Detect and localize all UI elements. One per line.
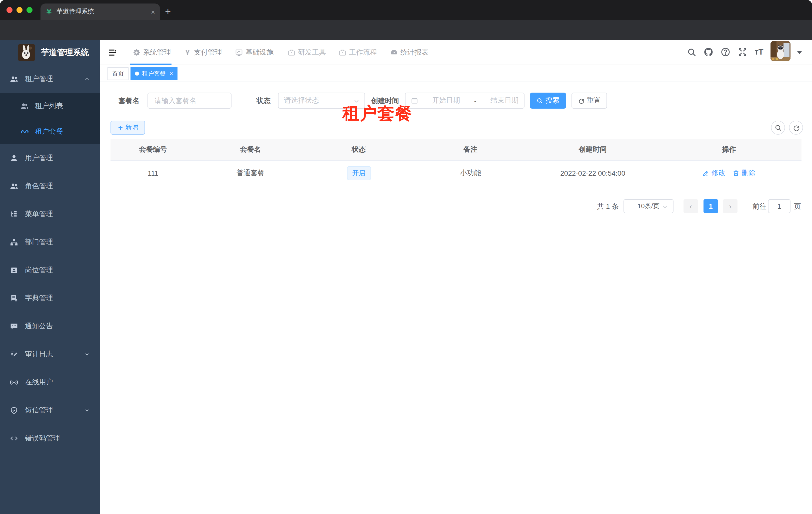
column-header: 备注: [412, 139, 529, 160]
refresh-icon: [578, 97, 584, 104]
window-zoom-button[interactable]: [27, 7, 32, 13]
sidebar-item-notice[interactable]: 通知公告: [0, 312, 100, 340]
chevron-up-icon: [84, 76, 90, 82]
sidebar-item-tenant-management[interactable]: 租户管理: [0, 65, 100, 93]
search-button[interactable]: 搜索: [530, 92, 566, 109]
column-header: 套餐编号: [111, 139, 196, 160]
sidebar-item-tenant-package[interactable]: 租户套餐: [0, 118, 100, 144]
delete-link-label: 删除: [742, 169, 755, 178]
sidebar-item-error-code[interactable]: 错误码管理: [0, 425, 100, 453]
reset-button[interactable]: 重置: [572, 92, 607, 109]
tree-list-icon: [10, 210, 18, 218]
sidebar-item-post-management[interactable]: 岗位管理: [0, 256, 100, 284]
font-size-icon[interactable]: тT: [754, 47, 764, 58]
window-close-button[interactable]: [6, 7, 12, 13]
dashboard-icon: [390, 49, 398, 57]
window-minimize-button[interactable]: [17, 7, 23, 13]
package-name-field[interactable]: [153, 96, 226, 105]
end-date-placeholder[interactable]: 结束日期: [491, 96, 519, 105]
sidebar-item-user-management[interactable]: 用户管理: [0, 144, 100, 172]
new-tab-button[interactable]: +: [165, 4, 171, 19]
page-size-value: 10条/页: [638, 202, 660, 211]
sidebar-item-label: 租户套餐: [35, 127, 63, 136]
sidebar-item-label: 部门管理: [25, 238, 53, 247]
top-menu-system[interactable]: 系统管理: [133, 40, 171, 65]
dictionary-icon: [10, 294, 18, 302]
org-tree-icon: [10, 238, 18, 246]
sidebar-item-label: 菜单管理: [25, 210, 53, 219]
column-header: 状态: [306, 139, 412, 160]
top-menu-payment[interactable]: ¥ 支付管理: [183, 40, 222, 65]
tab-title: 芋道管理系统: [57, 7, 151, 16]
table-search-toggle-button[interactable]: [771, 120, 785, 135]
chevron-down-icon: [662, 204, 668, 210]
tab-close-icon[interactable]: ×: [151, 8, 155, 15]
sidebar-item-label: 岗位管理: [25, 266, 53, 275]
pencil-icon: [702, 170, 709, 177]
badge-icon: [10, 266, 18, 274]
status-placeholder: 请选择状态: [284, 96, 319, 105]
cell-status: 开启: [306, 161, 412, 186]
sidebar-item-menu-management[interactable]: 菜单管理: [0, 200, 100, 228]
header-search-icon[interactable]: [686, 47, 697, 58]
main-content: 套餐名 状态 请选择状态 创建时间 开始日期 - 结束日期: [100, 82, 812, 514]
sidebar-item-tenant-list[interactable]: 租户列表: [0, 93, 100, 118]
help-icon[interactable]: [720, 47, 731, 58]
admin-app: 芋道管理系统 租户管理 租户列表: [0, 40, 812, 514]
browser-tab[interactable]: 芋道管理系统 ×: [40, 3, 160, 20]
tag-tenant-package[interactable]: 租户套餐 ×: [130, 67, 177, 80]
plus-icon: [117, 125, 123, 131]
top-menu-infrastructure[interactable]: 基础设施: [235, 40, 273, 65]
range-separator: -: [474, 97, 476, 105]
sidebar-item-department-management[interactable]: 部门管理: [0, 228, 100, 256]
next-page-button[interactable]: ›: [723, 199, 737, 213]
avatar-caret-icon[interactable]: [797, 51, 802, 54]
top-menu-devtools[interactable]: 研发工具: [288, 40, 326, 65]
add-button[interactable]: 新增: [111, 120, 145, 135]
users-icon: [21, 102, 29, 110]
goto-label: 前往: [753, 199, 766, 213]
delete-link[interactable]: 删除: [732, 169, 755, 178]
cell-actions: 修改 删除: [657, 161, 802, 186]
prev-page-button[interactable]: ‹: [684, 199, 698, 213]
page-1-button[interactable]: 1: [703, 199, 718, 213]
cell-created-at: 2022-02-22 00:54:00: [529, 161, 657, 186]
screen: 芋道管理系统 × + 127.0.0.1:48080/admin-ui/syst…: [0, 0, 812, 514]
column-header: 创建时间: [529, 139, 657, 160]
sidebar-item-sms-management[interactable]: 短信管理: [0, 397, 100, 425]
top-menu-reports[interactable]: 统计报表: [390, 40, 429, 65]
edit-link[interactable]: 修改: [702, 169, 725, 178]
message-icon: [10, 322, 18, 330]
sidebar-item-online-users[interactable]: 在线用户: [0, 368, 100, 397]
sidebar-item-label: 角色管理: [25, 182, 53, 191]
github-icon[interactable]: [703, 47, 714, 58]
user-avatar[interactable]: 0:30: [771, 41, 790, 61]
sidebar-item-dict-management[interactable]: 字典管理: [0, 284, 100, 312]
start-date-placeholder[interactable]: 开始日期: [432, 96, 460, 105]
sidebar-item-label: 审计日志: [25, 350, 53, 359]
browser-toolbar: 127.0.0.1:48080/admin-ui/system/tenant/p…: [0, 20, 812, 40]
tag-home[interactable]: 首页: [108, 67, 128, 80]
sidebar-item-label: 在线用户: [25, 378, 53, 387]
tag-label: 首页: [112, 69, 124, 78]
page-unit-label: 页: [794, 199, 801, 213]
sidebar-logo[interactable]: 芋道管理系统: [0, 40, 100, 65]
search-icon: [536, 97, 543, 104]
goto-page-input[interactable]: [768, 199, 790, 213]
sidebar-collapse-icon[interactable]: [108, 48, 117, 57]
fullscreen-icon[interactable]: [737, 47, 748, 58]
add-button-label: 新增: [125, 123, 138, 132]
edit-link-label: 修改: [712, 169, 725, 178]
sidebar-item-label: 租户管理: [25, 75, 53, 84]
code-icon: [10, 434, 18, 442]
table-refresh-button[interactable]: [789, 120, 803, 135]
sidebar-item-audit-log[interactable]: 审计日志: [0, 340, 100, 368]
top-menu-label: 支付管理: [194, 48, 222, 57]
filter-name-input[interactable]: [147, 92, 232, 109]
top-menu-workflow[interactable]: 工作流程: [339, 40, 377, 65]
page-size-select[interactable]: 10条/页: [624, 199, 673, 213]
users-icon: [10, 75, 18, 83]
tag-close-icon[interactable]: ×: [170, 71, 173, 77]
filter-date-range[interactable]: 开始日期 - 结束日期: [405, 92, 524, 109]
sidebar-item-role-management[interactable]: 角色管理: [0, 172, 100, 200]
